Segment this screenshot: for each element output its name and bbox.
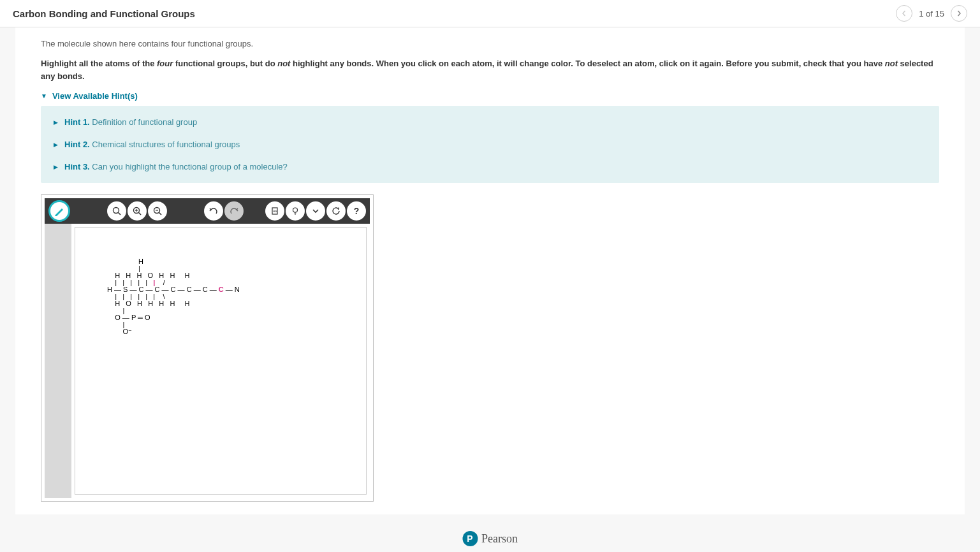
chevron-left-icon bbox=[901, 10, 907, 17]
caret-right-icon: ▶ bbox=[54, 164, 58, 170]
redo-icon bbox=[229, 206, 239, 216]
hint-2-label: Hint 2. bbox=[64, 140, 90, 149]
redo-button[interactable] bbox=[224, 201, 244, 221]
hints-toggle-label: View Available Hint(s) bbox=[52, 91, 138, 101]
caret-right-icon: ▶ bbox=[54, 119, 58, 126]
molecule-structure[interactable]: H | H H H O H H H | | | | | | / H — S — … bbox=[107, 258, 240, 335]
instruction-not2: not bbox=[885, 59, 898, 68]
footer-brand: P Pearson bbox=[462, 531, 518, 546]
util-group: Aa ? bbox=[265, 201, 366, 221]
marker-tool-button[interactable] bbox=[48, 200, 70, 222]
reset-button[interactable] bbox=[326, 201, 346, 221]
hint-3-label: Hint 3. bbox=[64, 162, 90, 171]
zoom-group bbox=[107, 201, 167, 221]
refresh-icon bbox=[332, 207, 340, 215]
svg-point-11 bbox=[293, 208, 298, 212]
content-scroll[interactable]: The molecule shown here contains four fu… bbox=[0, 27, 980, 552]
hint-1-desc: Definition of functional group bbox=[92, 117, 197, 127]
expand-button[interactable] bbox=[306, 201, 325, 221]
page-indicator: 1 of 15 bbox=[919, 9, 944, 18]
instruction-mid2: highlight any bonds. When you click on e… bbox=[290, 59, 884, 68]
hint-row-1[interactable]: ▶ Hint 1. Definition of functional group bbox=[41, 111, 939, 133]
instruction-four: four bbox=[157, 59, 173, 68]
instruction-pre: Highlight all the atoms of the bbox=[41, 59, 157, 68]
svg-line-7 bbox=[159, 213, 162, 215]
next-page-button[interactable] bbox=[951, 5, 967, 22]
instruction-mid1: functional groups, but do bbox=[173, 59, 277, 68]
undo-button[interactable] bbox=[204, 201, 223, 221]
hint-row-3[interactable]: ▶ Hint 3. Can you highlight the function… bbox=[41, 156, 939, 178]
paste-button[interactable]: Aa bbox=[265, 201, 284, 221]
content-panel: The molecule shown here contains four fu… bbox=[15, 27, 965, 514]
zoom-in-button[interactable] bbox=[128, 201, 147, 221]
drawing-toolbar: Aa ? bbox=[45, 198, 370, 224]
question-icon: ? bbox=[354, 206, 360, 216]
drawing-panel: Aa ? bbox=[41, 194, 374, 502]
zoom-in-icon bbox=[132, 206, 142, 216]
caret-down-icon: ▼ bbox=[41, 92, 47, 99]
page-nav: 1 of 15 bbox=[896, 5, 967, 22]
page-title: Carbon Bonding and Functional Groups bbox=[13, 8, 195, 19]
intro-text: The molecule shown here contains four fu… bbox=[41, 39, 939, 48]
chevron-right-icon bbox=[956, 10, 962, 17]
svg-line-1 bbox=[119, 213, 121, 215]
chevron-down-icon bbox=[312, 207, 319, 215]
instruction-not1: not bbox=[277, 59, 290, 68]
hint-2-desc: Chemical structures of functional groups bbox=[92, 140, 240, 149]
hint-row-2[interactable]: ▶ Hint 2. Chemical structures of functio… bbox=[41, 133, 939, 156]
svg-point-0 bbox=[113, 208, 119, 214]
instruction-text: Highlight all the atoms of the four func… bbox=[41, 57, 939, 82]
hint-light-button[interactable] bbox=[286, 201, 305, 221]
svg-line-3 bbox=[139, 213, 142, 215]
marker-icon bbox=[54, 205, 65, 217]
canvas-sidebar bbox=[45, 224, 71, 498]
hint-1-label: Hint 1. bbox=[64, 117, 90, 127]
canvas-draw-area[interactable]: H | H H H O H H H | | | | | | / H — S — … bbox=[75, 227, 367, 495]
zoom-out-button[interactable] bbox=[148, 201, 167, 221]
lightbulb-icon bbox=[291, 207, 300, 215]
hints-container: ▶ Hint 1. Definition of functional group… bbox=[41, 106, 939, 183]
history-group bbox=[204, 201, 244, 221]
undo-icon bbox=[208, 206, 219, 216]
zoom-fit-icon bbox=[112, 206, 122, 216]
page-header: Carbon Bonding and Functional Groups 1 o… bbox=[0, 0, 980, 27]
hint-3-desc: Can you highlight the functional group o… bbox=[92, 162, 287, 171]
canvas-body: H | H H H O H H H | | | | | | / H — S — … bbox=[45, 224, 370, 498]
clipboard-icon: Aa bbox=[270, 207, 279, 215]
zoom-fit-button[interactable] bbox=[107, 201, 126, 221]
zoom-out-icon bbox=[152, 206, 163, 216]
hints-toggle[interactable]: ▼ View Available Hint(s) bbox=[41, 91, 939, 101]
caret-right-icon: ▶ bbox=[54, 142, 58, 148]
prev-page-button[interactable] bbox=[896, 5, 912, 22]
help-button[interactable]: ? bbox=[347, 201, 366, 221]
pearson-logo-icon: P bbox=[462, 531, 478, 546]
svg-text:Aa: Aa bbox=[273, 209, 277, 213]
pearson-brand-text: Pearson bbox=[481, 532, 518, 546]
